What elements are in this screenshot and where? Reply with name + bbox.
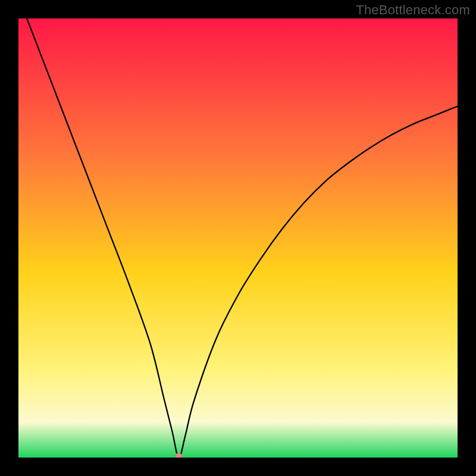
gradient-background (18, 18, 458, 458)
chart-frame: TheBottleneck.com (0, 0, 476, 476)
chart-svg (18, 18, 458, 458)
watermark-text: TheBottleneck.com (356, 2, 470, 18)
plot-area (18, 18, 458, 458)
min-marker (175, 453, 182, 458)
